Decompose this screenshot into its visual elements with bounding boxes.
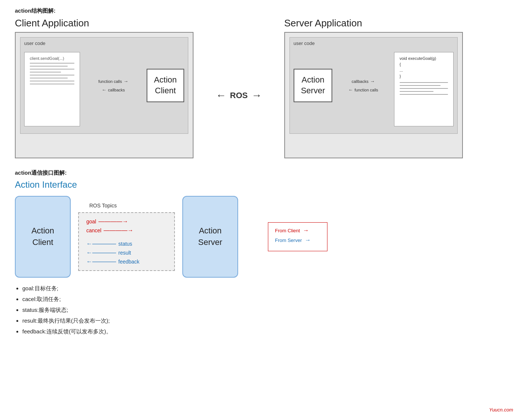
legend-client-row: From Client → (275, 227, 320, 234)
section2-label: action通信接口图解: (15, 169, 513, 177)
server-code-line4: } (400, 74, 448, 78)
arrow-right-icon: → (124, 78, 128, 84)
section1-label: action结构图解: (15, 7, 513, 14)
code-line-7 (30, 81, 74, 81)
topic-status-name: status (118, 241, 132, 247)
result-arrow-left: ←———— (86, 249, 116, 256)
goal-arrow-right: ————→ (98, 218, 128, 225)
action-client-label: ActionClient (154, 75, 177, 95)
code-line-1 (30, 63, 74, 64)
client-user-code-label: user code (24, 41, 45, 46)
interface-server-box: ActionServer (182, 196, 238, 278)
client-application: Client Application user code client.send… (15, 17, 193, 158)
code-line-5 (30, 75, 74, 75)
server-code-lines (400, 82, 448, 95)
client-code-lines (30, 63, 74, 84)
legend-server-arrow: → (305, 237, 311, 243)
ros-left-arrow: ← (216, 90, 226, 101)
server-arrow-right: → (370, 78, 375, 84)
legend-box: From Client → From Server → (268, 222, 327, 251)
legend-client-arrow: → (303, 227, 309, 234)
server-arrows: callbacks → ← function calls (348, 78, 378, 93)
status-arrow-left: ←———— (86, 240, 116, 247)
legend-from-client-text: From Client (275, 228, 300, 233)
s-code-line-3 (400, 88, 448, 89)
legend-server-row: From Server → (275, 237, 320, 243)
server-user-code-label: user code (294, 41, 315, 46)
server-code-line2: { (400, 62, 448, 67)
topic-cancel-name: cancel (86, 227, 101, 233)
bullet-item-cacel: cacel:取消任务; (22, 296, 513, 303)
cancel-arrow-right: ————→ (103, 227, 133, 234)
topic-status-row: ←———— status (86, 240, 167, 247)
topic-goal-name: goal (86, 219, 96, 224)
ros-label: ROS (230, 91, 248, 100)
client-sendgoal-text: client.sendGoal(...) (30, 56, 74, 61)
diagram1-row: Client Application user code client.send… (15, 17, 513, 158)
feedback-arrow-left: ←———— (86, 258, 116, 265)
code-line-3 (30, 69, 74, 70)
code-line-4 (30, 72, 61, 72)
client-app-title: Client Application (15, 17, 193, 29)
server-func-calls-row: ← function calls (348, 87, 378, 93)
server-func-calls-label: function calls (355, 88, 378, 92)
topics-label: ROS Topics (78, 203, 117, 209)
server-code-line3: ... (400, 68, 448, 72)
topic-result-row: ←———— result (86, 249, 167, 256)
code-line-2 (30, 66, 68, 67)
client-arrows: function calls → ← callbacks (98, 78, 128, 93)
server-app-inner: user code ActionServer callbacks → ← fun… (289, 37, 458, 134)
interface-title: Action Interface (15, 180, 513, 190)
topic-feedback-name: feedback (118, 259, 140, 265)
interface-client-box: ActionClient (15, 196, 71, 278)
code-line-6 (30, 78, 68, 78)
server-code-line1: void executeGoal(g) (400, 56, 448, 61)
client-code-block: client.sendGoal(...) (24, 52, 80, 126)
s-code-line-2 (400, 85, 441, 86)
topic-result-name: result (118, 250, 131, 256)
func-calls-label: function calls (98, 79, 122, 84)
server-application: Server Application user code ActionServe… (284, 17, 463, 158)
s-code-line-4 (400, 91, 433, 92)
server-callbacks-label: callbacks (352, 79, 368, 84)
topic-cancel-row: cancel ————→ (86, 227, 167, 234)
legend-from-server-text: From Server (275, 238, 302, 243)
topic-goal-row: goal ————→ (86, 218, 167, 225)
bullet-item-feedback: feedback:连续反馈(可以发布多次)。 (22, 328, 513, 335)
s-code-line-1 (400, 82, 448, 83)
ros-right-arrow: → (252, 90, 262, 101)
code-line-8 (30, 84, 74, 84)
bullet-item-goal: goal:目标任务; (22, 285, 513, 292)
callbacks-row: ← callbacks (102, 87, 125, 93)
server-callbacks-row: callbacks → (352, 78, 375, 84)
bullet-item-result: result:最终执行结果(只会发布一次); (22, 317, 513, 324)
interface-server-label: ActionServer (198, 225, 223, 248)
server-arrow-left: ← (348, 87, 353, 93)
interface-client-label: ActionClient (31, 225, 54, 248)
action-client-box: ActionClient (147, 69, 184, 102)
ros-connector: ← ROS → (216, 90, 262, 101)
topics-separator (86, 236, 167, 238)
s-code-line-5 (400, 94, 448, 95)
func-calls-row: function calls → (98, 78, 128, 84)
action-server-box: ActionServer (294, 69, 333, 102)
dashed-topics-box: goal ————→ cancel ————→ ←———— status ←——… (78, 212, 175, 271)
server-app-container: user code ActionServer callbacks → ← fun… (284, 32, 463, 158)
client-app-inner: user code client.sendGoal(...) (20, 37, 188, 134)
topic-feedback-row: ←———— feedback (86, 258, 167, 265)
action-server-label: ActionServer (301, 75, 325, 95)
callbacks-label: callbacks (108, 88, 125, 92)
topics-area: ROS Topics goal ————→ cancel ————→ ←————… (78, 203, 175, 271)
server-code-block: void executeGoal(g) { ... } (394, 52, 454, 126)
server-app-title: Server Application (284, 17, 463, 29)
arrow-left-icon: ← (102, 87, 106, 93)
client-app-container: user code client.sendGoal(...) (15, 32, 193, 158)
bullet-list: goal:目标任务; cacel:取消任务; status:服务端状态; res… (22, 285, 513, 335)
bullet-item-status: status:服务端状态; (22, 307, 513, 314)
watermark: Yuucn.com (489, 407, 513, 413)
